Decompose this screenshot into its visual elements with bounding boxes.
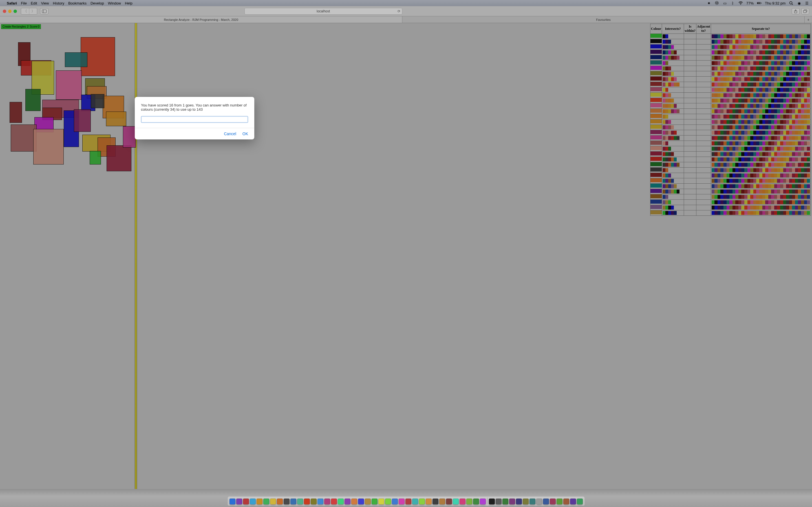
- dialog-text: You have scored 16 from 1 goes. You can …: [141, 103, 248, 112]
- prompt-dialog: You have scored 16 from 1 goes. You can …: [135, 97, 254, 139]
- dialog-input[interactable]: [141, 116, 248, 123]
- dialog-cancel-button[interactable]: Cancel: [224, 131, 236, 136]
- dialog-ok-button[interactable]: OK: [243, 131, 248, 136]
